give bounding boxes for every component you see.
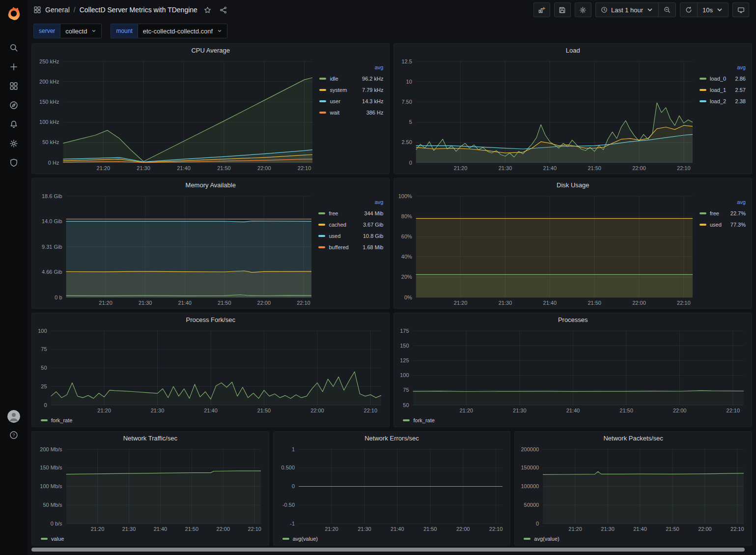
chart-processes[interactable]: 507510012515017521:2021:3021:4021:5022:0… [397,326,748,415]
zoom-out-button[interactable] [658,3,675,17]
chart-svg: 025507510021:2021:3021:4021:5022:0022:10 [35,326,385,415]
panel-title-network-traffic-sec[interactable]: Network Traffic/sec [32,432,269,444]
create-plus-icon[interactable] [9,62,18,71]
legend-item-free[interactable]: free22.7% [700,207,747,219]
legend-item-load-0[interactable]: load_02.86 [700,73,747,84]
panel-title-cpu-average[interactable]: CPU Average [32,44,389,57]
series-avg-value: 2.86 [735,76,746,82]
svg-text:100 Mb/s: 100 Mb/s [40,483,62,489]
legend-item-fork-rate[interactable]: fork_rate [403,417,434,423]
svg-text:200000: 200000 [521,446,539,452]
legend: avg(value) [518,533,748,544]
series-name: wait [330,110,339,116]
sidebar-bottom: ? [7,410,20,555]
legend-item-load-2[interactable]: load_22.38 [700,95,747,107]
svg-text:21:20: 21:20 [454,300,468,306]
legend-item-avg-value[interactable]: avg(value) [524,536,559,542]
legend-item-load-1[interactable]: load_12.57 [700,84,747,95]
legend-item-used[interactable]: used77.3% [700,219,747,230]
svg-text:22:00: 22:00 [633,300,646,306]
grafana-logo[interactable] [6,6,21,21]
panel-title-load[interactable]: Load [394,44,752,57]
variable-mount-dropdown[interactable]: etc-collectd-collectd.conf [138,24,227,38]
svg-text:0.500: 0.500 [281,465,295,470]
refresh-interval-picker[interactable]: 10s [697,3,728,17]
search-icon[interactable] [9,43,18,52]
series-avg-value: 2.38 [735,98,746,104]
chart-network-errors-sec[interactable]: -1-0.5000.500121:2021:3021:4021:5022:002… [277,444,506,533]
legend-item-fork-rate[interactable]: fork_rate [41,417,72,423]
explore-compass-icon[interactable] [9,101,18,110]
svg-text:21:30: 21:30 [122,526,136,532]
svg-text:50: 50 [41,365,47,371]
series-swatch [700,78,706,80]
legend-item-free[interactable]: free344 Mib [318,207,384,219]
chart-network-traffic-sec[interactable]: 0 b/s50 Mb/s100 Mb/s150 Mb/s200 Mb/s21:2… [35,444,265,533]
chart-process-fork-sec[interactable]: 025507510021:2021:3021:4021:5022:0022:10 [35,326,385,415]
breadcrumb-section[interactable]: General [45,6,70,14]
variable-server-dropdown[interactable]: collectd [60,24,102,38]
svg-text:18.6 Gib: 18.6 Gib [42,193,62,199]
series-name: buffered [329,244,348,250]
legend-item-buffered[interactable]: buffered1.68 Mib [318,241,384,253]
alerting-bell-icon[interactable] [9,120,18,129]
svg-text:22:10: 22:10 [489,526,503,532]
horizontal-scrollbar-thumb[interactable] [31,548,745,552]
svg-text:0: 0 [44,402,47,408]
chart-network-packets-sec[interactable]: 05000010000015000020000021:2021:3021:402… [518,444,748,533]
panel-title-disk-usage[interactable]: Disk Usage [394,178,752,191]
panel-title-processes[interactable]: Processes [394,313,752,326]
legend-item-avg-value[interactable]: avg(value) [282,536,318,542]
svg-text:21:20: 21:20 [569,526,583,532]
chart-cpu-average[interactable]: 0 Hz50 kHz100 kHz150 kHz200 kHz250 kHz21… [35,57,316,173]
cycle-view-button[interactable] [732,2,749,17]
series-swatch [403,419,410,421]
series-avg-value: 1.68 Mib [363,244,383,250]
share-dashboard-button[interactable] [218,4,229,15]
legend-item-wait[interactable]: wait386 Hz [319,107,384,118]
save-dashboard-button[interactable] [554,2,571,17]
svg-text:0%: 0% [404,294,412,300]
main-area: General / CollectD Server Metrics with T… [28,0,756,555]
chart-memory-available[interactable]: 0 b4.66 Gib9.31 Gib14.0 Gib18.6 Gib21:20… [35,191,315,307]
series-name: load_1 [710,87,726,93]
series-name: used [329,233,340,239]
legend-item-user[interactable]: user14.3 kHz [319,95,384,107]
legend-item-value[interactable]: value [41,536,64,542]
panel-title-network-errors-sec[interactable]: Network Errors/sec [274,432,510,444]
svg-text:21:20: 21:20 [460,408,474,413]
svg-text:-1: -1 [290,521,295,526]
series-name: system [330,87,347,93]
svg-text:50000: 50000 [524,502,539,508]
svg-text:21:30: 21:30 [499,300,512,306]
grafana-app: ? General / CollectD Server Metrics with… [0,0,756,555]
configuration-gear-icon[interactable] [9,139,18,148]
chart-load[interactable]: 02.5057.501012.521:2021:3021:4021:5022:0… [397,57,697,173]
user-avatar[interactable] [7,410,20,423]
help-icon[interactable]: ? [9,431,18,439]
legend-item-system[interactable]: system7.79 kHz [319,84,384,95]
server-admin-shield-icon[interactable] [9,158,18,167]
time-range-picker[interactable]: Last 1 hour [596,3,658,17]
dashboard-variables: server collectd mount etc-collectd-colle… [28,20,756,43]
panel-title-network-packets-sec[interactable]: Network Packets/sec [515,432,752,444]
refresh-button[interactable] [680,3,697,17]
svg-text:100000: 100000 [521,483,539,489]
dashboard-settings-button[interactable] [575,2,591,17]
series-swatch [282,538,289,540]
panel-title-process-fork-sec[interactable]: Process Fork/sec [32,313,389,326]
svg-text:150 kHz: 150 kHz [39,99,59,105]
dashboards-icon[interactable] [9,82,18,90]
svg-text:100 kHz: 100 kHz [39,119,59,125]
legend-item-idle[interactable]: idle96.2 kHz [319,73,384,84]
star-dashboard-button[interactable] [202,4,213,15]
legend-item-cached[interactable]: cached3.67 Gib [318,219,384,230]
panel-title-memory-available[interactable]: Memory Available [32,178,389,191]
time-controls: Last 1 hour [595,2,676,17]
panel-network-errors-sec: Network Errors/sec-1-0.5000.500121:2021:… [273,431,511,546]
legend-item-used[interactable]: used10.8 Gib [318,230,384,241]
chart-disk-usage[interactable]: 0%20%40%60%80%100%21:2021:3021:4021:5022… [397,191,697,307]
legend: avgfree22.7%used77.3% [697,191,748,307]
svg-text:50 kHz: 50 kHz [42,139,59,145]
add-panel-button[interactable] [533,2,550,17]
